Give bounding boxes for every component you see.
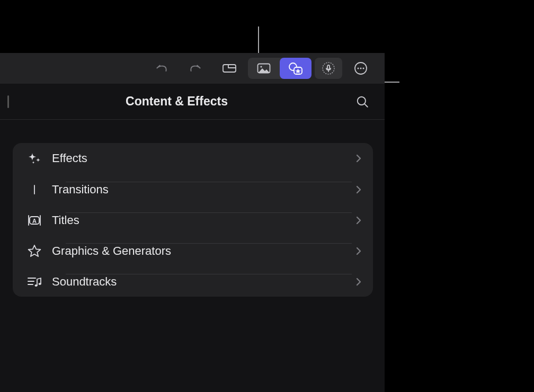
redo-icon bbox=[189, 61, 202, 75]
chevron-right-icon bbox=[354, 246, 363, 256]
star-icon bbox=[22, 244, 47, 259]
content-effects-icon bbox=[288, 61, 304, 75]
panel-titlebar: Content & Effects bbox=[0, 84, 385, 120]
svg-point-9 bbox=[360, 68, 362, 69]
media-button[interactable] bbox=[248, 58, 280, 79]
microphone-icon bbox=[322, 61, 335, 75]
titles-icon: A bbox=[22, 213, 47, 227]
music-list-icon bbox=[22, 275, 47, 289]
list-item-label: Graphics & Generators bbox=[47, 244, 354, 258]
svg-text:A: A bbox=[32, 217, 37, 224]
svg-point-10 bbox=[363, 68, 364, 69]
redo-button[interactable] bbox=[180, 58, 211, 79]
category-list: Effects Transitions bbox=[13, 143, 373, 297]
voiceover-button[interactable] bbox=[315, 58, 342, 79]
list-item-label: Soundtracks bbox=[47, 275, 354, 289]
chevron-right-icon bbox=[354, 216, 363, 225]
undo-button[interactable] bbox=[146, 58, 177, 79]
svg-point-5 bbox=[323, 63, 334, 74]
sparkles-icon bbox=[22, 151, 47, 166]
clip-options-icon bbox=[221, 62, 237, 75]
list-item-label: Effects bbox=[47, 152, 354, 165]
svg-point-2 bbox=[260, 66, 262, 67]
chevron-right-icon bbox=[354, 154, 363, 163]
content-effects-button[interactable] bbox=[280, 58, 312, 79]
list-item-transitions[interactable]: Transitions bbox=[22, 174, 363, 204]
list-item-graphics[interactable]: Graphics & Generators bbox=[22, 235, 363, 266]
svg-point-15 bbox=[39, 283, 41, 285]
clip-options-button[interactable] bbox=[214, 58, 245, 79]
svg-rect-0 bbox=[223, 65, 236, 72]
list-item-titles[interactable]: A Titles bbox=[22, 204, 363, 235]
svg-point-14 bbox=[35, 284, 38, 287]
toolbar bbox=[0, 53, 385, 84]
search-icon bbox=[355, 95, 369, 109]
list-item-label: Transitions bbox=[47, 183, 354, 197]
more-button[interactable] bbox=[345, 58, 376, 79]
chevron-right-icon bbox=[354, 185, 363, 194]
list-item-label: Titles bbox=[47, 213, 354, 227]
media-content-group bbox=[248, 58, 312, 79]
panel-title: Content & Effects bbox=[0, 94, 354, 109]
voiceover-group bbox=[315, 58, 342, 79]
photo-icon bbox=[256, 62, 271, 75]
svg-rect-6 bbox=[327, 65, 330, 69]
svg-point-8 bbox=[358, 68, 359, 69]
undo-icon bbox=[155, 61, 168, 75]
list-item-soundtracks[interactable]: Soundtracks bbox=[22, 266, 363, 297]
content-effects-panel: Content & Effects Effects bbox=[0, 53, 385, 392]
chevron-right-icon bbox=[354, 277, 363, 287]
ellipsis-circle-icon bbox=[353, 61, 368, 76]
transitions-icon bbox=[22, 183, 47, 196]
list-item-effects[interactable]: Effects bbox=[22, 143, 363, 174]
search-button[interactable] bbox=[354, 93, 371, 110]
